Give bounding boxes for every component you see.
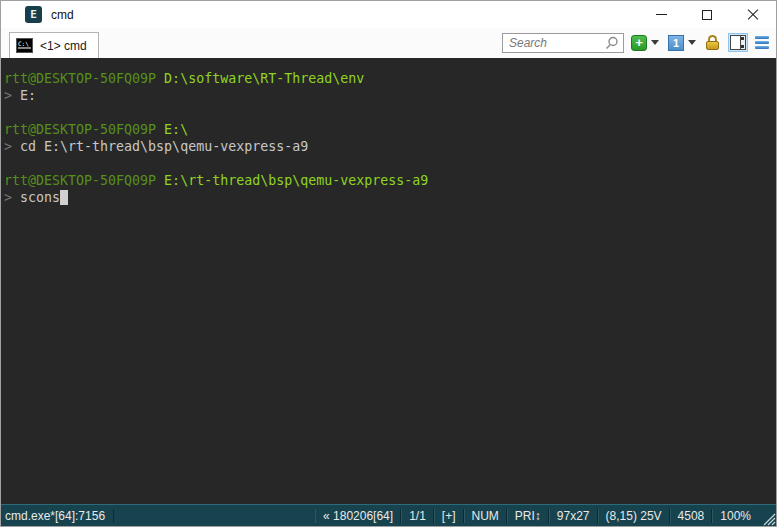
cmd-icon-text: C:\ (18, 40, 29, 47)
search-icon (605, 36, 619, 50)
status-segment[interactable]: (8,15) 25V (598, 509, 670, 523)
maximize-icon (702, 10, 712, 20)
status-segment[interactable]: 100% (712, 509, 758, 523)
terminal-line: > cd E:\rt-thread\bsp\qemu-vexpress-a9 (4, 138, 774, 155)
terminal-text-prompt: rtt@DESKTOP-50FQ09P (4, 71, 156, 86)
terminal-text-dim: > (4, 139, 12, 154)
terminal-text-path: D:\software\RT-Thread\env (156, 71, 364, 86)
status-segment[interactable]: 4508 (670, 509, 713, 523)
new-console-plus-icon: + (631, 35, 647, 51)
status-bar: cmd.exe*[64]:7156 « 180206[64]1/1[+]NUMP… (1, 504, 776, 526)
status-segment[interactable]: NUM (464, 509, 507, 523)
tab-cmd[interactable]: C:\ <1> cmd (9, 32, 99, 58)
title-bar[interactable]: E cmd (1, 1, 776, 28)
tab-bar: C:\ <1> cmd + 1 (1, 28, 776, 58)
main-menu-button[interactable] (753, 32, 771, 53)
terminal-line: rtt@DESKTOP-50FQ09P E:\rt-thread\bsp\qem… (4, 172, 774, 189)
terminal-text-dim: > (4, 190, 12, 205)
new-console-button[interactable]: + (629, 33, 661, 53)
console-list-button[interactable]: 1 (666, 33, 698, 53)
close-icon (747, 9, 759, 21)
terminal-cursor (60, 190, 68, 205)
terminal-line: > scons (4, 189, 774, 206)
status-segments: « 180206[64]1/1[+]NUMPRI↕97x27(8,15) 25V… (315, 509, 758, 523)
status-process-info[interactable]: cmd.exe*[64]:7156 (4, 509, 114, 523)
chevron-down-icon (651, 40, 659, 45)
panes-icon-dot (741, 45, 744, 48)
window-title: cmd (51, 8, 74, 22)
maximize-button[interactable] (684, 1, 730, 28)
tab-label: <1> cmd (40, 39, 87, 53)
view-panes-button[interactable] (728, 33, 748, 52)
search-input[interactable] (509, 36, 605, 50)
terminal-line (4, 104, 774, 121)
hamburger-menu-icon (755, 34, 769, 51)
lock-button[interactable] (703, 33, 723, 53)
terminal-line: rtt@DESKTOP-50FQ09P D:\software\RT-Threa… (4, 70, 774, 87)
tab-toolbar: + 1 (502, 32, 771, 53)
minimize-icon (656, 14, 667, 15)
terminal-output[interactable]: rtt@DESKTOP-50FQ09P D:\software\RT-Threa… (1, 58, 776, 504)
terminal-text-cmd: E: (12, 88, 36, 103)
lock-icon (705, 35, 721, 51)
terminal-text-prompt: rtt@DESKTOP-50FQ09P (4, 122, 156, 137)
chevron-down-icon (688, 40, 696, 45)
console-number-icon: 1 (668, 35, 684, 51)
lock-body (706, 41, 719, 50)
terminal-text-prompt: rtt@DESKTOP-50FQ09P (4, 173, 156, 188)
terminal-text-path: E:\rt-thread\bsp\qemu-vexpress-a9 (156, 173, 428, 188)
conemu-window: E cmd C:\ <1> cmd + (0, 0, 777, 527)
terminal-line (4, 155, 774, 172)
status-segment[interactable]: 1/1 (401, 509, 434, 523)
close-button[interactable] (730, 1, 776, 28)
status-segment[interactable]: « 180206[64] (315, 509, 401, 523)
status-segment[interactable]: [+] (434, 509, 464, 523)
conemu-logo-icon: E (25, 6, 42, 23)
minimize-button[interactable] (638, 1, 684, 28)
status-segment[interactable]: 97x27 (549, 509, 598, 523)
terminal-line: rtt@DESKTOP-50FQ09P E:\ (4, 121, 774, 138)
terminal-text-cmd: scons (12, 190, 60, 205)
resize-grip-icon[interactable] (760, 506, 776, 526)
terminal-text-path: E:\ (156, 122, 188, 137)
terminal-text-cmd: cd E:\rt-thread\bsp\qemu-vexpress-a9 (12, 139, 308, 154)
panes-icon-dot (741, 37, 744, 40)
cmd-icon-bar (18, 47, 31, 49)
panes-icon (730, 35, 746, 50)
cmd-prompt-icon: C:\ (16, 38, 33, 53)
status-segment[interactable]: PRI↕ (507, 509, 549, 523)
search-box[interactable] (502, 33, 624, 53)
terminal-text-dim: > (4, 88, 12, 103)
terminal-line: > E: (4, 87, 774, 104)
